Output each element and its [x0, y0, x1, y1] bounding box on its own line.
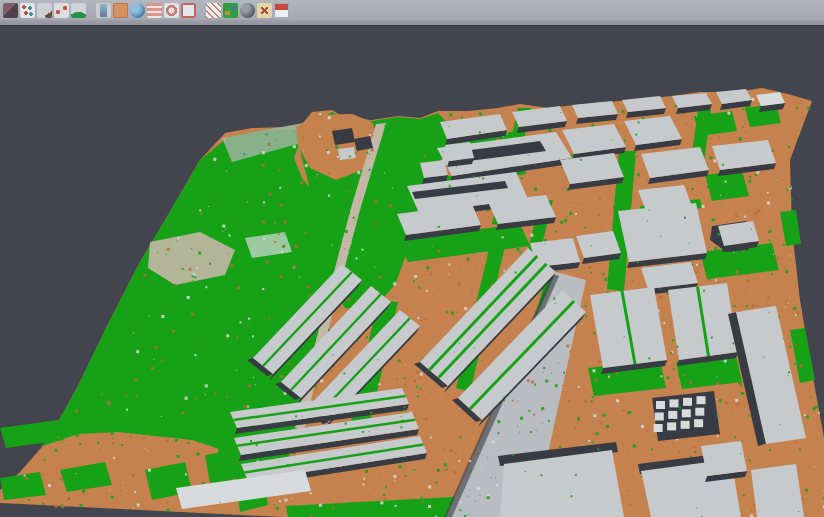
classification-icon[interactable]: [223, 3, 238, 18]
annotation-marks-icon[interactable]: [257, 3, 272, 18]
scene-canvas: [0, 26, 824, 517]
sphere-view-icon[interactable]: [240, 3, 255, 18]
crop-region-icon[interactable]: [181, 3, 196, 18]
point-cloud-icon[interactable]: [20, 3, 35, 18]
measure-points-icon[interactable]: [54, 3, 69, 18]
circle-select-icon[interactable]: [164, 3, 179, 18]
orthophoto-icon[interactable]: [113, 3, 128, 18]
mountain-icon[interactable]: [37, 3, 52, 18]
viewport-3d[interactable]: [0, 26, 824, 517]
terrain-model-icon[interactable]: [71, 3, 86, 18]
application-window: [0, 0, 824, 517]
toolbar-separator: [197, 3, 205, 18]
main-toolbar: [0, 0, 824, 20]
grid-hatch-icon[interactable]: [206, 3, 221, 18]
globe-icon[interactable]: [130, 3, 145, 18]
texture-cube-icon[interactable]: [3, 3, 18, 18]
flag-icon[interactable]: [274, 3, 289, 18]
layers-icon[interactable]: [147, 3, 162, 18]
toolbar-separator: [87, 3, 95, 18]
profile-tool-icon[interactable]: [96, 3, 111, 18]
